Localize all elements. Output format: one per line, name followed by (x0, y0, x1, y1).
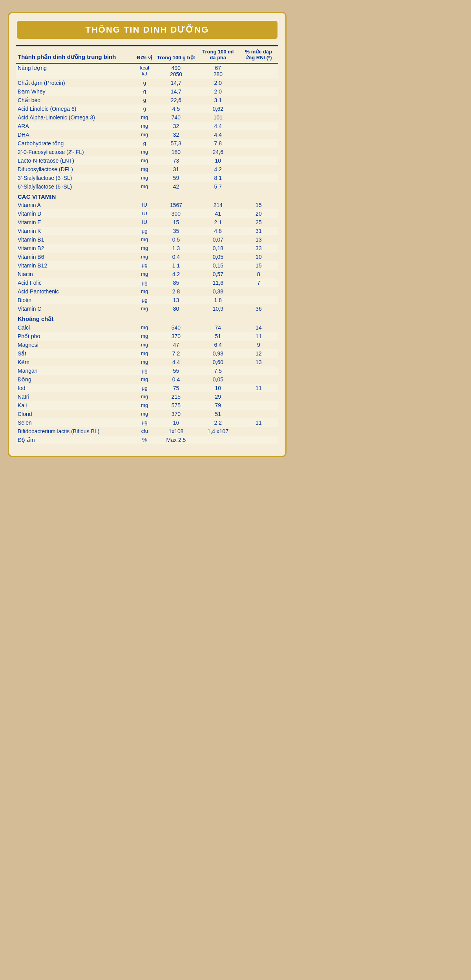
nutrient-val-100ml: 0,38 (197, 287, 239, 296)
nutrient-unit: mg (134, 358, 155, 366)
nutrient-unit: mg (134, 122, 155, 130)
nutrient-name: Chất đạm (Protein) (16, 79, 134, 87)
nutrient-unit: mg (134, 349, 155, 358)
nutrient-unit: cfu (134, 427, 155, 436)
table-row: Vitamin B2 mg 1,3 0,18 33 (16, 244, 278, 253)
nutrient-unit: kcal kJ (134, 63, 155, 79)
table-row: Bifidobacterium lactis (Bifidus BL) cfu … (16, 427, 278, 436)
nutrient-val-100ml: 0,60 (197, 358, 239, 366)
nutrient-unit: mg (134, 287, 155, 296)
nutrient-unit: IU (134, 218, 155, 227)
nutrient-val-100g: 4,2 (155, 270, 197, 278)
nutrient-val-100g: 0,5 (155, 235, 197, 244)
nutrient-unit: g (134, 104, 155, 113)
nutrient-unit: μg (134, 278, 155, 287)
nutrient-rni (239, 122, 278, 130)
table-row: Chất béo g 22,6 3,1 (16, 96, 278, 104)
nutrient-rni (239, 63, 278, 79)
nutrient-val-100g: 14,7 (155, 87, 197, 96)
nutrient-unit: μg (134, 384, 155, 392)
title-bar: THÔNG TIN DINH DƯỠNG (17, 21, 277, 39)
nutrient-rni (239, 366, 278, 375)
nutrient-rni: 14 (239, 323, 278, 332)
table-wrapper: Thành phần dinh dưỡng trung bình Đơn vị … (9, 45, 285, 444)
nutrient-rni: 8 (239, 270, 278, 278)
nutrient-name: Phốt pho (16, 332, 134, 341)
nutrient-name: Vitamin B1 (16, 235, 134, 244)
table-row: Vitamin B12 μg 1,1 0,15 15 (16, 261, 278, 270)
nutrient-unit: mg (134, 410, 155, 418)
nutrient-val-100ml: 51 (197, 332, 239, 341)
table-body: Năng lượng kcal kJ 4902050 67280 Chất đạ… (16, 63, 278, 444)
nutrient-val-100g: 540 (155, 323, 197, 332)
nutrient-val-100g: 80 (155, 304, 197, 313)
nutrient-val-100g: 0,4 (155, 253, 197, 261)
nutrient-val-100ml: 101 (197, 113, 239, 122)
nutrient-val-100g: 1567 (155, 201, 197, 209)
table-row: Chất đạm (Protein) g 14,7 2,0 (16, 79, 278, 87)
nutrient-rni (239, 375, 278, 384)
nutrient-name: Chất béo (16, 96, 134, 104)
table-row: Lacto-N-tetraose (LNT) mg 73 10 (16, 156, 278, 165)
table-row: Vitamin A IU 1567 214 15 (16, 201, 278, 209)
nutrient-val-100g: 1,1 (155, 261, 197, 270)
page-title: THÔNG TIN DINH DƯỠNG (17, 25, 277, 35)
nutrient-unit: mg (134, 182, 155, 191)
table-row: ARA mg 32 4,4 (16, 122, 278, 130)
nutrient-val-100ml: 0,07 (197, 235, 239, 244)
nutrient-name: ARA (16, 122, 134, 130)
nutrient-rni (239, 113, 278, 122)
nutrient-val-100ml: 2,0 (197, 79, 239, 87)
nutrient-val-100ml: 0,98 (197, 349, 239, 358)
nutrient-rni (239, 87, 278, 96)
nutrient-val-100g: 16 (155, 418, 197, 427)
nutrient-unit: μg (134, 227, 155, 235)
nutrient-val-100ml: 0,15 (197, 261, 239, 270)
nutrient-unit: μg (134, 261, 155, 270)
nutrient-name: Difucosyllactose (DFL) (16, 165, 134, 174)
table-row: 3'-Sialyllactose (3'-SL) mg 59 8,1 (16, 174, 278, 182)
nutrient-name: Magnesi (16, 341, 134, 349)
nutrient-val-100ml: 67280 (197, 63, 239, 79)
nutrient-rni: 15 (239, 261, 278, 270)
nutrient-name: Vitamin D (16, 209, 134, 218)
nutrient-rni (239, 427, 278, 436)
nutrient-unit: mg (134, 156, 155, 165)
nutrient-val-100ml: 10 (197, 156, 239, 165)
nutrient-name: Mangan (16, 366, 134, 375)
nutrient-unit: mg (134, 113, 155, 122)
table-row: DHA mg 32 4,4 (16, 130, 278, 139)
nutrient-name: Natri (16, 392, 134, 401)
nutrient-rni (239, 96, 278, 104)
nutrient-val-100g: 300 (155, 209, 197, 218)
nutrient-val-100g: 370 (155, 332, 197, 341)
nutrient-name: Clorid (16, 410, 134, 418)
nutrient-name: Vitamin A (16, 201, 134, 209)
table-row: Clorid mg 370 51 (16, 410, 278, 418)
nutrient-rni: 36 (239, 304, 278, 313)
table-row: Acid Folic μg 85 11,6 7 (16, 278, 278, 287)
nutrient-val-100g: 59 (155, 174, 197, 182)
nutrient-name: Vitamin B12 (16, 261, 134, 270)
table-row: Acid Linoleic (Omega 6) g 4,5 0,62 (16, 104, 278, 113)
nutrient-unit: mg (134, 375, 155, 384)
table-row: Vitamin B1 mg 0,5 0,07 13 (16, 235, 278, 244)
nutrient-val-100ml: 2,2 (197, 418, 239, 427)
nutrient-rni: 15 (239, 201, 278, 209)
nutrient-unit: mg (134, 401, 155, 410)
nutrient-val-100ml: 10 (197, 384, 239, 392)
nutrient-name: Acid Folic (16, 278, 134, 287)
nutrient-unit: mg (134, 341, 155, 349)
nutrient-unit: mg (134, 323, 155, 332)
section-header-row: Khoáng chất (16, 313, 278, 323)
nutrient-val-100ml: 4,8 (197, 227, 239, 235)
nutrient-val-100g: 575 (155, 401, 197, 410)
header-col-rni: % mức đáp ứng RNI (*) (239, 46, 278, 64)
nutrient-unit: mg (134, 392, 155, 401)
nutrient-val-100ml: 0,05 (197, 253, 239, 261)
nutrient-name: Đạm Whey (16, 87, 134, 96)
nutrient-val-100g: 0,4 (155, 375, 197, 384)
nutrient-val-100ml: 2,1 (197, 218, 239, 227)
nutrient-rni (239, 148, 278, 156)
nutrient-name: Acid Pantothenic (16, 287, 134, 296)
